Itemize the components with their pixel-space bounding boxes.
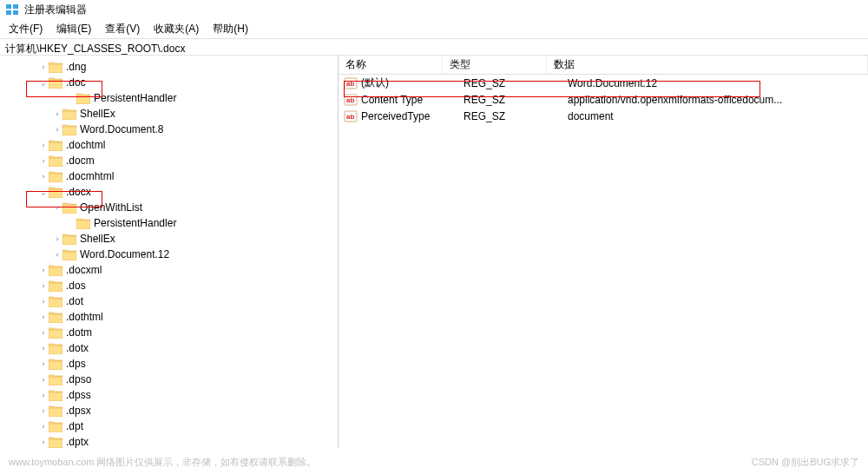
svg-rect-0 [6, 4, 11, 9]
tree-item[interactable]: ›.dng [0, 59, 338, 75]
cell-data: Word.Document.12 [564, 76, 868, 90]
chevron-right-icon[interactable]: › [52, 250, 62, 259]
menu-view[interactable]: 查看(V) [102, 20, 143, 38]
tree-item[interactable]: ›ShellEx [0, 231, 338, 247]
chevron-right-icon[interactable]: › [38, 141, 49, 149]
folder-icon [49, 390, 62, 401]
folder-icon [49, 405, 62, 417]
tree-item[interactable]: ›Word.Document.12 [0, 247, 338, 262]
tree-item[interactable]: ›.docxml [0, 262, 338, 278]
chevron-right-icon[interactable]: › [38, 344, 49, 352]
chevron-right-icon[interactable]: › [38, 391, 49, 399]
tree-item[interactable]: PersistentHandler [0, 215, 338, 231]
tree-label: .dpso [66, 373, 91, 385]
tree-item[interactable]: ›.dpss [0, 387, 338, 403]
tree-item[interactable]: ›OpenWithList [0, 200, 338, 215]
list-panel[interactable]: 名称 类型 数据 ab(默认)REG_SZWord.Document.12abC… [339, 56, 868, 448]
tree-label: .dpt [66, 420, 83, 432]
tree-item[interactable]: ›.dps [0, 356, 338, 372]
main-area: ›.dng⌄.docPersistentHandler›ShellEx›Word… [0, 56, 868, 448]
header-name[interactable]: 名称 [339, 56, 443, 74]
menu-favorites[interactable]: 收藏夹(A) [150, 20, 202, 38]
tree-label: .dps [66, 358, 86, 370]
watermark-left: www.toymoban.com 网络图片仅供展示，非存储，如有侵权请联系删除。 [9, 456, 316, 469]
svg-text:ab: ab [346, 80, 354, 88]
tree-item[interactable]: ›.dos [0, 278, 338, 293]
tree-item[interactable]: ›.dpt [0, 418, 338, 434]
chevron-right-icon[interactable]: › [38, 375, 49, 384]
tree-item[interactable]: ›.dpsx [0, 403, 338, 418]
tree-label: ShellEx [80, 108, 115, 120]
folder-icon [49, 421, 62, 432]
tree-item[interactable]: ›.dpso [0, 372, 338, 387]
tree-item[interactable]: ›.dotm [0, 325, 338, 340]
cell-type: REG_SZ [460, 76, 564, 90]
svg-rect-1 [13, 4, 18, 9]
folder-icon [76, 218, 90, 229]
chevron-right-icon[interactable]: › [38, 172, 49, 181]
folder-icon [49, 77, 62, 89]
tree-panel[interactable]: ›.dng⌄.docPersistentHandler›ShellEx›Word… [0, 56, 339, 448]
chevron-right-icon[interactable]: › [52, 234, 62, 243]
folder-icon [49, 312, 62, 323]
folder-icon [49, 280, 62, 292]
chevron-right-icon[interactable]: › [52, 109, 62, 118]
tree-label: .dochtml [66, 139, 105, 151]
cell-type: REG_SZ [460, 93, 564, 107]
list-row[interactable]: ab(默认)REG_SZWord.Document.12 [339, 75, 868, 91]
string-value-icon: ab [344, 93, 358, 107]
folder-icon [76, 93, 90, 104]
tree-item[interactable]: ⌄.docx [0, 184, 338, 200]
svg-rect-3 [13, 10, 18, 15]
tree-item[interactable]: ›.dptx [0, 434, 338, 448]
menu-help[interactable]: 帮助(H) [209, 20, 252, 38]
chevron-right-icon[interactable]: › [38, 281, 49, 290]
tree-item[interactable]: ›ShellEx [0, 106, 338, 122]
tree-label: .dpss [66, 389, 91, 401]
chevron-right-icon[interactable]: › [38, 406, 49, 415]
chevron-down-icon[interactable]: ⌄ [38, 78, 49, 87]
folder-icon [49, 343, 62, 354]
tree-label: ShellEx [80, 233, 115, 245]
address-text: 计算机\HKEY_CLASSES_ROOT\.docx [5, 43, 185, 55]
title-bar: 注册表编辑器 [0, 0, 868, 19]
chevron-right-icon[interactable]: › [38, 156, 49, 165]
chevron-right-icon[interactable]: › [38, 63, 49, 71]
chevron-right-icon[interactable]: › [38, 266, 49, 274]
tree-item[interactable]: ›.dot [0, 293, 338, 309]
tree-label: .docx [66, 186, 91, 198]
tree-item[interactable]: ›Word.Document.8 [0, 122, 338, 137]
tree-label: .dothtml [66, 311, 103, 323]
window-title: 注册表编辑器 [24, 3, 87, 17]
tree-label: .dpsx [66, 405, 91, 417]
chevron-right-icon[interactable]: › [38, 328, 49, 337]
tree-item[interactable]: ⌄.doc [0, 75, 338, 90]
tree-item[interactable]: ›.docm [0, 153, 338, 168]
tree-item[interactable]: ›.dotx [0, 340, 338, 356]
folder-icon [62, 202, 76, 214]
address-bar[interactable]: 计算机\HKEY_CLASSES_ROOT\.docx [0, 38, 868, 56]
menu-file[interactable]: 文件(F) [5, 20, 46, 38]
chevron-right-icon[interactable]: › [38, 359, 49, 368]
cell-type: REG_SZ [460, 109, 564, 123]
header-type[interactable]: 类型 [443, 56, 547, 74]
chevron-down-icon[interactable]: ⌄ [38, 188, 49, 196]
chevron-right-icon[interactable]: › [52, 125, 62, 134]
tree-item[interactable]: ›.docmhtml [0, 168, 338, 184]
chevron-right-icon[interactable]: › [38, 438, 49, 446]
chevron-right-icon[interactable]: › [38, 297, 49, 306]
cell-name: PerceivedType [361, 109, 460, 123]
tree-item[interactable]: ›.dothtml [0, 309, 338, 325]
header-data[interactable]: 数据 [547, 56, 868, 74]
menu-edit[interactable]: 编辑(E) [53, 20, 95, 38]
tree-item[interactable]: ›.dochtml [0, 137, 338, 153]
chevron-right-icon[interactable]: › [38, 313, 49, 321]
tree-label: .dos [66, 280, 86, 292]
chevron-right-icon[interactable]: › [38, 422, 49, 431]
chevron-right-icon[interactable]: › [52, 203, 62, 212]
tree-label: .dotx [66, 342, 89, 354]
list-row[interactable]: abPerceivedTypeREG_SZdocument [339, 108, 868, 124]
list-row[interactable]: abContent TypeREG_SZapplication/vnd.open… [339, 91, 868, 108]
folder-icon [49, 140, 62, 151]
tree-item[interactable]: PersistentHandler [0, 90, 338, 106]
